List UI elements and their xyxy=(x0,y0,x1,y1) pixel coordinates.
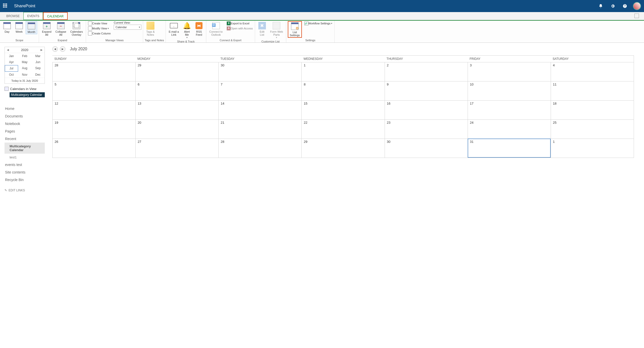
calendar-cell[interactable]: 22 xyxy=(301,119,384,139)
calendar-prev-button[interactable]: ◄ xyxy=(52,46,58,52)
calendar-content: ◄ ► July 2020 SUNDAYMONDAYTUESDAYWEDNESD… xyxy=(47,43,644,192)
mini-cal-month[interactable]: May xyxy=(18,59,31,65)
calendar-cell[interactable]: 27 xyxy=(135,139,218,158)
settings-gear-icon[interactable] xyxy=(607,0,619,12)
mini-cal-month[interactable]: Jan xyxy=(5,53,18,59)
calendar-cell[interactable]: 13 xyxy=(135,100,218,119)
app-launcher-icon[interactable] xyxy=(3,4,8,9)
calendar-cell[interactable]: 28 xyxy=(218,139,301,158)
email-link-button[interactable]: E-mail a Link xyxy=(167,21,180,37)
ribbon-group-share: E-mail a Link 🔔Alert Me▾ ⧓RSS Feed Share… xyxy=(166,21,206,42)
mini-cal-month[interactable]: Jun xyxy=(31,59,45,65)
mini-cal-today[interactable]: Today is 31 July 2020 xyxy=(5,78,45,83)
calendars-overlay-button[interactable]: Calendars Overlay xyxy=(69,21,84,37)
modify-view-button[interactable]: Modify View▾ xyxy=(88,26,111,31)
mini-cal-month[interactable]: Dec xyxy=(31,72,45,78)
expand-all-button[interactable]: Expand All xyxy=(41,21,53,37)
calendar-cell[interactable]: 15 xyxy=(301,100,384,119)
calendar-cell[interactable]: 6 xyxy=(135,81,218,100)
focus-content-icon[interactable] xyxy=(634,14,639,18)
nav-documents[interactable]: Documents xyxy=(5,112,45,120)
tab-events[interactable]: EVENTS xyxy=(23,12,43,20)
mini-cal-month[interactable]: Mar xyxy=(31,53,45,59)
calendar-cell[interactable]: 25 xyxy=(551,119,634,139)
calendar-cell[interactable]: 30 xyxy=(218,62,301,81)
nav-pages[interactable]: Pages xyxy=(5,127,45,135)
calendar-cell[interactable]: 9 xyxy=(385,81,468,100)
bell-icon: 🔔 xyxy=(183,22,191,30)
nav-multicategory-calendar[interactable]: Multicategory Calendar xyxy=(5,143,45,154)
list-settings-button[interactable]: List Settings xyxy=(288,21,302,38)
calendar-cell[interactable]: 2 xyxy=(385,62,468,81)
calendar-cell[interactable]: 21 xyxy=(218,119,301,139)
calendar-cell[interactable]: 5 xyxy=(52,81,135,100)
rss-feed-button[interactable]: ⧓RSS Feed xyxy=(193,21,205,37)
mini-cal-month[interactable]: Apr xyxy=(5,59,18,65)
form-web-parts-button[interactable]: Form Web Parts▾ xyxy=(269,21,285,39)
tab-browse[interactable]: BROWSE xyxy=(3,12,23,20)
nav-home[interactable]: Home xyxy=(5,105,45,112)
tags-notes-button[interactable]: Tags & Notes xyxy=(145,21,156,37)
scope-day-button[interactable]: Day xyxy=(2,21,13,34)
alert-me-button[interactable]: 🔔Alert Me▾ xyxy=(181,21,192,39)
calendar-cell[interactable]: 3 xyxy=(468,62,551,81)
calendar-cell[interactable]: 16 xyxy=(385,100,468,119)
calendar-cell[interactable]: 10 xyxy=(468,81,551,100)
mini-cal-next-icon[interactable]: ▶ xyxy=(41,48,43,52)
calendar-cell[interactable]: 29 xyxy=(301,139,384,158)
user-avatar[interactable] xyxy=(633,2,641,10)
calendar-cell[interactable]: 18 xyxy=(551,100,634,119)
calendar-cell[interactable]: 19 xyxy=(52,119,135,139)
edit-list-button[interactable]: ✖Edit List xyxy=(257,21,268,37)
nav-notebook[interactable]: Notebook xyxy=(5,120,45,127)
mini-cal-prev-icon[interactable]: ◀ xyxy=(7,48,9,52)
calendar-cell[interactable]: 1 xyxy=(551,139,634,158)
create-column-button[interactable]: Create Column xyxy=(88,31,111,36)
calendar-cell[interactable]: 31 xyxy=(468,139,551,158)
current-view-dropdown[interactable]: Calendar xyxy=(114,25,141,30)
create-view-button[interactable]: Create View xyxy=(88,21,111,26)
calendar-next-button[interactable]: ► xyxy=(60,46,65,52)
mini-cal-month[interactable]: Feb xyxy=(18,53,31,59)
current-view-label: Current View: xyxy=(114,21,141,24)
scope-week-button[interactable]: Week xyxy=(14,21,25,34)
nav-recent[interactable]: Recent xyxy=(5,135,45,143)
mini-cal-month[interactable]: Aug xyxy=(18,65,31,72)
calendar-cell[interactable]: 30 xyxy=(385,139,468,158)
nav-site-contents[interactable]: Site contents xyxy=(5,168,45,176)
calendar-cell[interactable]: 4 xyxy=(551,62,634,81)
calendars-in-view-item[interactable]: Multicategory Calendar xyxy=(10,92,45,97)
mini-cal-year[interactable]: 2020 xyxy=(21,48,28,52)
calendar-cell[interactable]: 12 xyxy=(52,100,135,119)
tab-calendar[interactable]: CALENDAR xyxy=(43,12,67,20)
mini-cal-month[interactable]: Jul xyxy=(5,65,18,72)
calendar-cell[interactable]: 24 xyxy=(468,119,551,139)
workflow-settings-button[interactable]: Workflow Settings▾ xyxy=(304,21,333,26)
export-excel-button[interactable]: Export to Excel xyxy=(226,21,253,26)
edit-links-button[interactable]: ✎ EDIT LINKS xyxy=(5,189,45,192)
calendar-cell[interactable]: 14 xyxy=(218,100,301,119)
calendar-cell[interactable]: 17 xyxy=(468,100,551,119)
calendar-cell[interactable]: 23 xyxy=(385,119,468,139)
mini-cal-month[interactable]: Sep xyxy=(31,65,45,72)
calendar-cell[interactable]: 29 xyxy=(135,62,218,81)
help-icon[interactable] xyxy=(619,0,631,12)
calendar-cell[interactable]: 1 xyxy=(301,62,384,81)
nav-recycle-bin[interactable]: Recycle Bin xyxy=(5,176,45,184)
nav-test1[interactable]: test1 xyxy=(5,154,45,161)
nav-events-test[interactable]: events test xyxy=(5,161,45,168)
notifications-icon[interactable] xyxy=(595,0,607,12)
calendar-cell[interactable]: 11 xyxy=(551,81,634,100)
mini-cal-month[interactable]: Nov xyxy=(18,72,31,78)
open-access-button[interactable]: Open with Access xyxy=(226,26,253,31)
calendar-cell[interactable]: 8 xyxy=(301,81,384,100)
collapse-all-button[interactable]: Collapse All xyxy=(54,21,68,37)
day-header: SATURDAY xyxy=(551,56,634,62)
scope-month-button[interactable]: Month xyxy=(26,21,37,34)
calendar-cell[interactable]: 26 xyxy=(52,139,135,158)
calendar-cell[interactable]: 28 xyxy=(52,62,135,81)
connect-outlook-button[interactable]: Connect to Outlook xyxy=(208,21,224,37)
mini-cal-month[interactable]: Oct xyxy=(5,72,18,78)
calendar-cell[interactable]: 7 xyxy=(218,81,301,100)
calendar-cell[interactable]: 20 xyxy=(135,119,218,139)
